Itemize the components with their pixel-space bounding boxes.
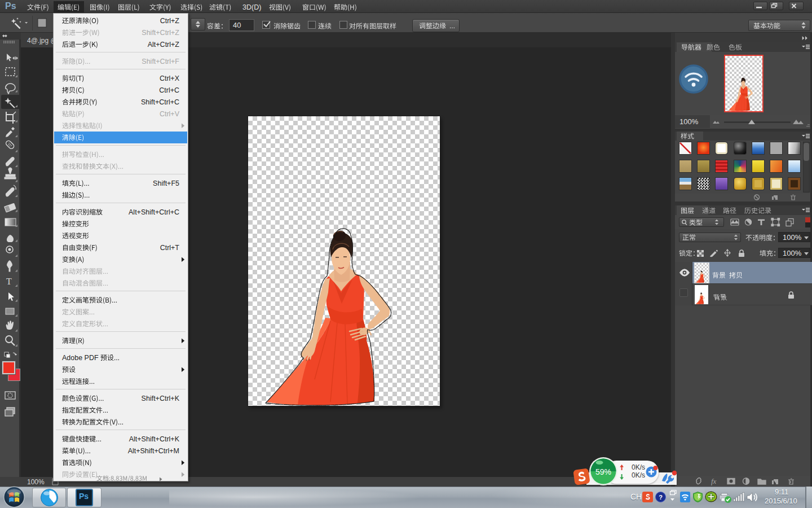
- svg-text:?: ?: [659, 494, 663, 501]
- svg-text:T: T: [6, 277, 12, 286]
- svg-text:59%: 59%: [595, 467, 611, 476]
- svg-text:fx: fx: [711, 477, 717, 485]
